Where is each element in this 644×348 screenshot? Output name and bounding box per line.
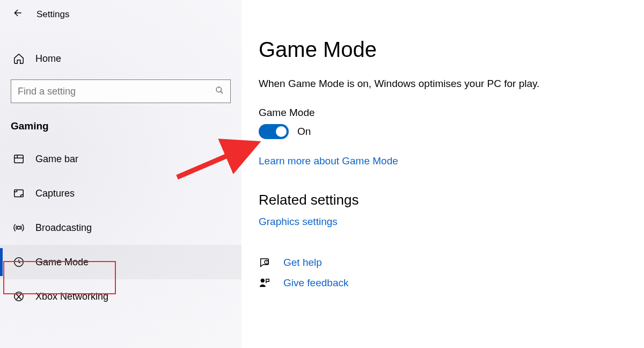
page-description: When Game Mode is on, Windows optimises … bbox=[259, 78, 623, 90]
toggle-state-label: On bbox=[297, 126, 311, 137]
sidebar-item-label: Game bar bbox=[35, 154, 78, 165]
sidebar-item-game-bar[interactable]: Game bar bbox=[0, 142, 241, 176]
svg-text:?: ? bbox=[266, 260, 268, 264]
sidebar-item-label: Captures bbox=[35, 188, 75, 199]
feedback-icon bbox=[259, 277, 272, 289]
sidebar-item-label: Game Mode bbox=[35, 257, 89, 268]
game-mode-toggle[interactable] bbox=[259, 124, 289, 139]
sidebar-item-xbox-networking[interactable]: Xbox Networking bbox=[0, 279, 241, 314]
sidebar-item-captures[interactable]: Captures bbox=[0, 176, 241, 211]
svg-point-3 bbox=[17, 226, 20, 229]
search-icon bbox=[215, 86, 224, 97]
get-help-link[interactable]: Get help bbox=[283, 257, 322, 269]
xbox-icon bbox=[13, 291, 25, 302]
help-icon: ? bbox=[259, 257, 272, 269]
give-feedback-link[interactable]: Give feedback bbox=[283, 277, 348, 289]
home-label: Home bbox=[35, 53, 61, 64]
toggle-label: Game Mode bbox=[259, 107, 623, 119]
search-field[interactable] bbox=[18, 86, 215, 97]
game-mode-toggle-row: On bbox=[259, 124, 623, 139]
related-settings-heading: Related settings bbox=[259, 192, 623, 208]
sidebar-item-label: Broadcasting bbox=[35, 222, 92, 234]
page-title: Game Mode bbox=[259, 38, 623, 62]
gamemode-icon bbox=[13, 256, 25, 268]
give-feedback-row[interactable]: Give feedback bbox=[259, 277, 623, 289]
sidebar-section-label: Gaming bbox=[0, 103, 241, 142]
captures-icon bbox=[13, 187, 25, 199]
sidebar-item-game-mode[interactable]: Game Mode bbox=[0, 245, 241, 279]
sidebar-home[interactable]: Home bbox=[0, 47, 241, 70]
broadcasting-icon bbox=[13, 222, 25, 234]
sidebar-item-label: Xbox Networking bbox=[35, 291, 108, 302]
gamebar-icon bbox=[13, 153, 25, 165]
app-title: Settings bbox=[36, 9, 69, 20]
svg-point-0 bbox=[216, 87, 221, 92]
sidebar: Settings Home Gaming Game bar Capt bbox=[0, 0, 241, 348]
graphics-settings-link[interactable]: Graphics settings bbox=[259, 216, 338, 228]
svg-point-8 bbox=[261, 279, 265, 282]
window-header: Settings bbox=[0, 4, 241, 21]
back-button[interactable] bbox=[13, 8, 24, 21]
sidebar-item-broadcasting[interactable]: Broadcasting bbox=[0, 211, 241, 245]
search-input[interactable] bbox=[11, 79, 231, 103]
main-content: Game Mode When Game Mode is on, Windows … bbox=[241, 0, 644, 348]
svg-rect-2 bbox=[14, 190, 24, 197]
svg-rect-1 bbox=[14, 155, 24, 163]
get-help-row[interactable]: ? Get help bbox=[259, 257, 623, 269]
toggle-knob bbox=[276, 126, 287, 137]
home-icon bbox=[13, 53, 25, 64]
learn-more-link[interactable]: Learn more about Game Mode bbox=[259, 155, 398, 167]
settings-window: Settings Home Gaming Game bar Capt bbox=[0, 0, 644, 348]
